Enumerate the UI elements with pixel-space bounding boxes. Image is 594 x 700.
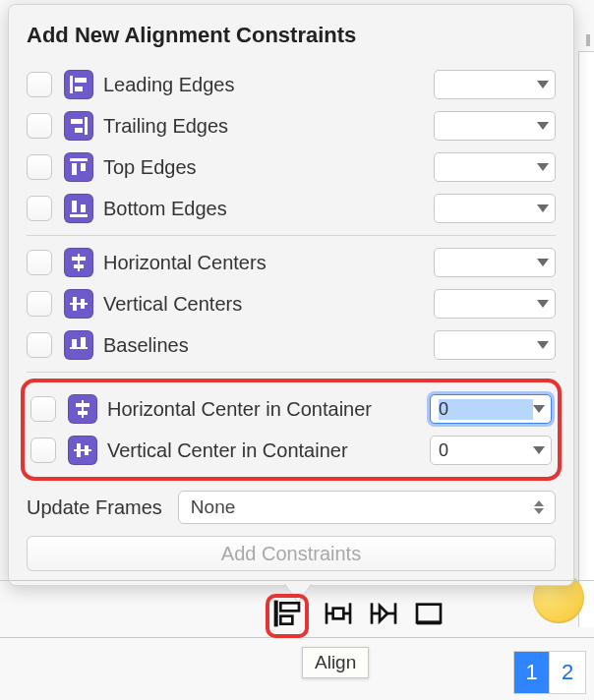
label: Horizontal Center in Container xyxy=(107,398,430,421)
label: Baselines xyxy=(103,334,434,357)
pager: 1 2 xyxy=(513,651,586,694)
pin-tool-button[interactable] xyxy=(323,598,354,634)
row-vertical-centers: Vertical Centers xyxy=(27,283,556,324)
svg-rect-6 xyxy=(70,158,88,161)
svg-rect-18 xyxy=(70,347,88,349)
label: Bottom Edges xyxy=(103,198,434,220)
checkbox-leading-edges[interactable] xyxy=(27,72,52,97)
baselines-icon xyxy=(64,330,93,360)
resize-tool-button[interactable] xyxy=(413,598,445,634)
svg-rect-27 xyxy=(274,601,278,627)
value-bottom-edges[interactable] xyxy=(434,194,556,223)
label: Vertical Center in Container xyxy=(107,439,430,462)
row-trailing-edges: Trailing Edges xyxy=(27,105,556,146)
svg-rect-12 xyxy=(78,254,80,271)
svg-rect-13 xyxy=(72,257,86,261)
svg-rect-20 xyxy=(81,337,86,347)
svg-rect-14 xyxy=(74,264,84,268)
label: Leading Edges xyxy=(103,74,434,96)
row-leading-edges: Leading Edges xyxy=(27,64,556,105)
chevron-down-icon xyxy=(533,446,545,454)
row-horizontal-centers: Horizontal Centers xyxy=(27,242,556,283)
value-leading-edges[interactable] xyxy=(434,70,556,99)
svg-rect-3 xyxy=(85,117,88,135)
svg-rect-8 xyxy=(81,163,86,171)
svg-marker-37 xyxy=(380,606,387,621)
chevron-down-icon xyxy=(537,300,549,308)
align-tool-button[interactable] xyxy=(271,598,303,634)
pager-page-1[interactable]: 1 xyxy=(514,652,550,693)
separator xyxy=(0,580,594,581)
chevron-down-icon xyxy=(537,163,549,171)
label: Vertical Centers xyxy=(103,293,434,316)
svg-rect-40 xyxy=(417,605,441,623)
vertical-centers-icon xyxy=(64,289,93,319)
value-top-edges[interactable] xyxy=(434,152,556,182)
svg-rect-23 xyxy=(78,411,88,415)
svg-rect-26 xyxy=(85,445,89,455)
top-edges-icon xyxy=(64,152,93,182)
row-bottom-edges: Bottom Edges xyxy=(27,188,556,229)
align-tool-highlight xyxy=(266,594,309,638)
divider xyxy=(27,235,556,236)
label: Top Edges xyxy=(103,156,434,179)
align-icon xyxy=(271,598,303,629)
pin-icon xyxy=(323,598,354,629)
svg-rect-24 xyxy=(74,449,91,451)
bottom-edges-icon xyxy=(64,194,93,223)
update-frames-label: Update Frames xyxy=(27,496,162,519)
divider xyxy=(27,372,556,373)
svg-rect-19 xyxy=(72,339,77,347)
checkbox-bottom-edges[interactable] xyxy=(27,196,52,221)
resize-icon xyxy=(413,598,445,629)
svg-rect-16 xyxy=(73,297,77,311)
svg-rect-2 xyxy=(75,87,83,91)
checkbox-vertical-centers[interactable] xyxy=(27,291,52,317)
popover-title: Add New Alignment Constraints xyxy=(27,23,556,48)
value-v-center-container[interactable]: 0 xyxy=(430,436,552,465)
svg-rect-4 xyxy=(71,119,83,124)
resolve-icon xyxy=(368,598,399,629)
chevron-down-icon xyxy=(537,122,549,130)
chevron-down-icon xyxy=(537,204,549,212)
chevron-down-icon xyxy=(537,81,549,88)
svg-rect-0 xyxy=(70,76,73,93)
svg-rect-29 xyxy=(280,616,292,624)
svg-rect-1 xyxy=(75,78,87,83)
checkbox-h-center-container[interactable] xyxy=(30,396,56,422)
svg-rect-7 xyxy=(72,163,77,175)
svg-rect-10 xyxy=(72,201,77,212)
resolve-tool-button[interactable] xyxy=(368,598,399,634)
value-vertical-centers[interactable] xyxy=(434,289,556,319)
chevron-down-icon xyxy=(537,341,549,349)
row-baselines: Baselines xyxy=(27,324,556,366)
checkbox-baselines[interactable] xyxy=(27,332,52,358)
leading-edges-icon xyxy=(64,70,93,99)
row-top-edges: Top Edges xyxy=(27,146,556,188)
value-trailing-edges[interactable] xyxy=(434,111,556,141)
checkbox-top-edges[interactable] xyxy=(27,154,52,180)
checkbox-v-center-container[interactable] xyxy=(30,438,56,463)
svg-rect-25 xyxy=(77,443,81,457)
svg-rect-21 xyxy=(82,400,84,418)
svg-rect-11 xyxy=(81,204,86,212)
value-baselines[interactable] xyxy=(434,330,556,360)
checkbox-horizontal-centers[interactable] xyxy=(27,250,52,275)
row-h-center-container: Horizontal Center in Container 0 xyxy=(30,388,552,430)
value-horizontal-centers[interactable] xyxy=(434,248,556,277)
add-constraints-button[interactable]: Add Constraints xyxy=(27,536,556,571)
svg-rect-28 xyxy=(280,603,299,611)
svg-rect-5 xyxy=(75,128,83,133)
label: Horizontal Centers xyxy=(103,252,434,274)
horizontal-centers-icon xyxy=(64,248,93,277)
row-v-center-container: Vertical Center in Container 0 xyxy=(30,430,552,471)
up-down-icon xyxy=(531,500,547,514)
checkbox-trailing-edges[interactable] xyxy=(27,113,52,139)
tooltip-align: Align xyxy=(302,647,369,678)
pager-page-2[interactable]: 2 xyxy=(550,652,585,693)
chevron-down-icon xyxy=(537,259,549,266)
svg-rect-32 xyxy=(333,609,344,619)
value-h-center-container[interactable]: 0 xyxy=(430,394,552,424)
update-frames-select[interactable]: None xyxy=(178,491,556,524)
chevron-down-icon xyxy=(533,405,545,413)
